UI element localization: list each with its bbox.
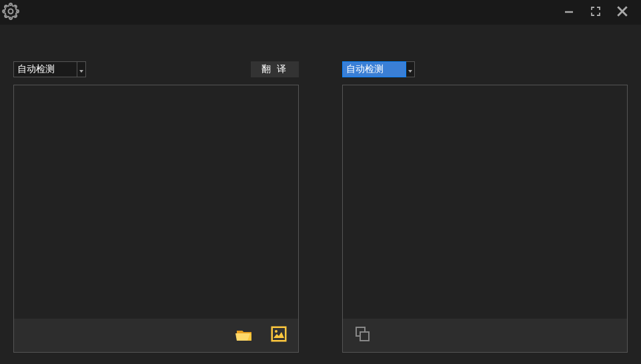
maximize-button[interactable] [589, 6, 602, 19]
screenshot-icon [269, 324, 289, 347]
target-header: 自动检测 [342, 61, 628, 77]
copy-button[interactable] [352, 325, 372, 345]
source-header: 自动检测 翻 译 [13, 61, 299, 77]
svg-point-6 [275, 330, 277, 333]
svg-point-0 [9, 9, 13, 13]
source-language-value[interactable]: 自动检测 [13, 61, 77, 77]
source-language-select[interactable]: 自动检测 [13, 61, 86, 77]
source-toolbar [14, 319, 298, 352]
titlebar [0, 0, 641, 25]
open-file-button[interactable] [234, 325, 254, 345]
source-text-container [13, 85, 299, 353]
svg-rect-8 [360, 332, 369, 341]
source-text-area[interactable] [14, 85, 298, 319]
copy-icon [352, 324, 372, 347]
folder-icon [234, 324, 254, 347]
target-language-value[interactable]: 自动检测 [342, 61, 406, 77]
gear-icon [2, 3, 19, 23]
close-button[interactable] [616, 6, 629, 19]
target-toolbar [343, 319, 627, 352]
main-content: 自动检测 翻 译 [0, 25, 641, 353]
target-text-area [343, 85, 627, 319]
minimize-icon [564, 6, 574, 19]
target-language-select[interactable]: 自动检测 [342, 61, 415, 77]
source-pane: 自动检测 翻 译 [13, 61, 299, 353]
source-language-arrow[interactable] [77, 61, 86, 77]
target-text-container [342, 85, 628, 353]
chevron-down-icon [79, 63, 83, 75]
maximize-icon [590, 6, 601, 19]
close-icon [616, 5, 628, 20]
svg-rect-5 [273, 328, 285, 340]
settings-button[interactable] [4, 6, 17, 19]
target-pane: 自动检测 [342, 61, 628, 353]
screenshot-button[interactable] [269, 325, 289, 345]
minimize-button[interactable] [562, 6, 576, 19]
translate-button[interactable]: 翻 译 [251, 61, 299, 77]
chevron-down-icon [408, 63, 412, 75]
target-language-arrow[interactable] [406, 61, 415, 77]
